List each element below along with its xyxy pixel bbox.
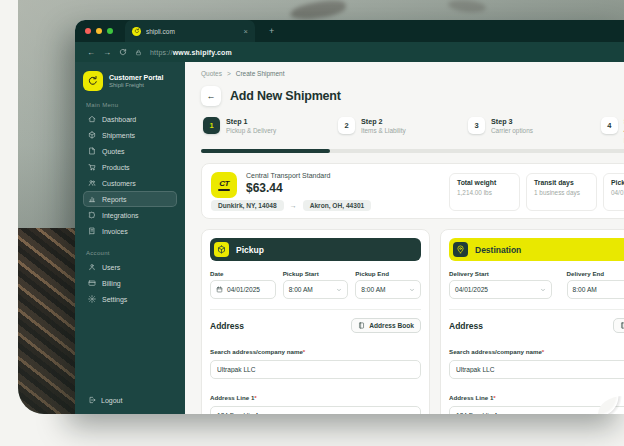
sidebar-item-products[interactable]: Products — [83, 159, 177, 175]
sidebar-item-integrations[interactable]: Integrations — [83, 207, 177, 223]
pickup-date-input[interactable]: 04/01/2025 — [210, 280, 276, 299]
url-scheme: https:// — [150, 49, 173, 56]
sidebar-item-settings[interactable]: Settings — [83, 291, 177, 307]
logout-button[interactable]: Logout — [88, 396, 122, 404]
minimize-window-icon[interactable] — [96, 28, 102, 34]
breadcrumb-current: Create Shipment — [236, 70, 285, 77]
origin-chip: Dunkirk, NY, 14048 — [211, 200, 284, 211]
step-4[interactable]: 4 Step 4 Review — [601, 117, 624, 145]
tab-title: shipli.com — [146, 28, 239, 35]
pickup-start-label: Pickup Start — [283, 270, 349, 277]
address-book-icon — [620, 322, 624, 329]
pickup-end-select[interactable]: 8:00 AM — [355, 280, 421, 299]
browser-tab[interactable]: shipli.com × — [125, 20, 255, 42]
breadcrumb: Quotes > Create Shipment — [201, 70, 624, 77]
sidebar-item-reports[interactable]: Reports — [83, 191, 177, 207]
sidebar-item-quotes[interactable]: Quotes — [83, 143, 177, 159]
required-mark: * — [542, 348, 544, 355]
destination-card: Destination Delivery Start 04/01/2025 — [440, 229, 624, 414]
step-2[interactable]: 2 Step 2 Items & Liability — [338, 117, 406, 136]
bird-silhouette — [447, 0, 486, 14]
breadcrumb-separator: > — [227, 70, 231, 77]
main-content: Quotes > Create Shipment ← Add New Shipm… — [185, 62, 624, 414]
destination-chip: Akron, OH, 44301 — [303, 200, 372, 211]
new-tab-icon[interactable]: + — [269, 26, 274, 36]
logout-icon — [88, 396, 96, 404]
stat-pickup-date: Pickup 04/01/2025 — [603, 173, 624, 211]
destination-search-label: Search address/company name* — [449, 348, 544, 355]
step-1[interactable]: 1 Step 1 Pickup & Delivery — [203, 117, 276, 136]
chevron-down-icon — [409, 287, 415, 293]
required-mark: * — [303, 348, 305, 355]
required-mark: * — [254, 394, 256, 401]
quote-stats: Total weight 1,214.00 lbs Transit days 1… — [449, 173, 624, 211]
stepper-progress-track — [201, 149, 624, 153]
zoom-window-icon[interactable] — [107, 28, 113, 34]
pickup-card: Pickup Date 04/01/2025 Pic — [201, 229, 430, 414]
bird-silhouette — [289, 0, 347, 22]
destination-address-book-button[interactable]: Address Book — [613, 318, 624, 333]
step-3-label: Step 3 — [491, 117, 513, 126]
pickup-address-line1-input[interactable] — [210, 406, 421, 414]
sidebar-item-users[interactable]: Users — [83, 259, 177, 275]
title-row: ← Add New Shipment — [201, 86, 624, 106]
close-window-icon[interactable] — [85, 28, 91, 34]
location-pin-icon — [453, 242, 468, 257]
browser-tab-bar: shipli.com × + — [75, 20, 624, 42]
breadcrumb-quotes[interactable]: Quotes — [201, 70, 222, 77]
destination-search-input[interactable] — [449, 360, 624, 379]
carrier-name: Central Transport Standard — [246, 172, 330, 179]
pickup-search-input[interactable] — [210, 360, 421, 379]
sidebar-item-billing[interactable]: Billing — [83, 275, 177, 291]
back-icon[interactable]: ← — [87, 48, 95, 57]
invoice-icon — [88, 227, 96, 235]
forms-row: Pickup Date 04/01/2025 Pic — [201, 229, 624, 414]
step-4-number: 4 — [601, 117, 618, 134]
destination-address-heading: Address — [449, 321, 483, 331]
calendar-icon — [216, 286, 223, 293]
mockup-canvas: shipli.com × + ← → https://www.shipify.c… — [0, 0, 624, 446]
sidebar-item-invoices[interactable]: Invoices — [83, 223, 177, 239]
step-3[interactable]: 3 Step 3 Carrier options — [468, 117, 533, 136]
pickup-line1-label: Address Line 1* — [210, 394, 257, 401]
browser-window: shipli.com × + ← → https://www.shipify.c… — [75, 20, 624, 414]
pickup-address-book-button[interactable]: Address Book — [351, 318, 421, 333]
browser-address-bar: ← → https://www.shipify.com — [75, 42, 624, 62]
back-button[interactable]: ← — [201, 86, 221, 106]
reload-icon[interactable] — [119, 48, 127, 56]
pickup-search-label: Search address/company name* — [210, 348, 305, 355]
delivery-start-label: Delivery Start — [449, 270, 552, 277]
bar-chart-icon — [88, 195, 96, 203]
box-icon — [88, 131, 96, 139]
sidebar-item-shipments[interactable]: Shipments — [83, 127, 177, 143]
sidebar-item-customers[interactable]: Customers — [83, 175, 177, 191]
delivery-start-select[interactable]: 04/01/2025 — [449, 280, 552, 299]
quote-price: $63.44 — [246, 181, 283, 195]
step-1-number: 1 — [203, 117, 220, 134]
pickup-start-select[interactable]: 8:00 AM — [283, 280, 349, 299]
document-icon — [88, 147, 96, 155]
step-3-number: 3 — [468, 117, 485, 134]
tab-close-icon[interactable]: × — [244, 27, 248, 36]
step-1-label: Step 1 — [226, 117, 248, 126]
url-text[interactable]: https://www.shipify.com — [150, 49, 232, 56]
date-label: Date — [210, 270, 276, 277]
site-favicon-icon — [132, 27, 141, 36]
pickup-address-heading: Address — [210, 321, 244, 331]
gear-icon — [88, 295, 96, 303]
app-body: Customer Portal Shipli Freight Main Menu… — [75, 62, 624, 414]
puzzle-icon — [88, 211, 96, 219]
step-2-number: 2 — [338, 117, 355, 134]
step-2-label: Step 2 — [361, 117, 383, 126]
destination-line1-label: Address Line 1* — [449, 394, 496, 401]
delivery-end-label: Delivery End — [567, 270, 624, 277]
delivery-end-select[interactable]: 8:00 AM — [567, 280, 624, 299]
brand-logo-icon — [83, 71, 103, 91]
address-book-icon — [358, 322, 365, 329]
carrier-logo-icon: CT — [211, 172, 237, 198]
step-2-sublabel: Items & Liability — [361, 127, 406, 134]
page-title: Add New Shipment — [230, 89, 341, 103]
sidebar-item-dashboard[interactable]: Dashboard — [83, 111, 177, 127]
home-icon — [88, 115, 96, 123]
forward-icon[interactable]: → — [103, 48, 111, 57]
